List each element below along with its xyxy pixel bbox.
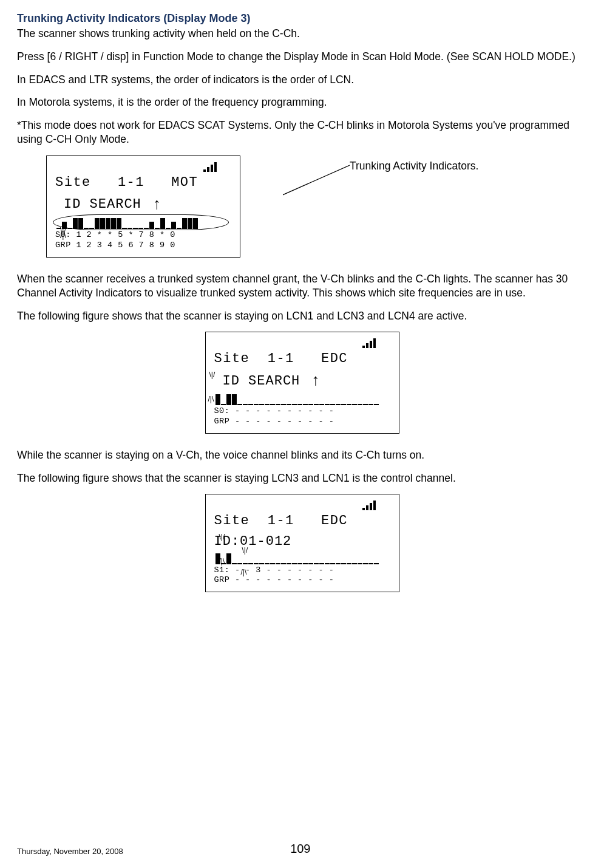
paragraph: In Motorola systems, it is the order of … [17,95,587,110]
signal-bars-icon [214,338,390,349]
up-arrow-icon: ↑ [311,371,321,392]
lcd-system-line: S1: - - 3 - - - - - - - [214,566,390,576]
svg-rect-10 [366,505,368,510]
activity-indicator-row [215,393,390,405]
lcd-group-line: GRP 1 2 3 4 5 6 7 8 9 0 [55,241,231,251]
svg-rect-8 [373,338,376,348]
lcd-site-line: Site 1-1 EDC [214,512,390,530]
svg-rect-12 [373,501,376,510]
footer-date: Thursday, November 20, 2008 [17,846,123,857]
lcd-group-line: GRP - - - - - - - - - - [214,417,390,427]
signal-bars-icon [214,501,390,511]
page-footer: Thursday, November 20, 2008 109 [17,841,587,857]
lcd-display-1: Site 1-1 MOT ID SEARCH ↑ \|/ /|\ S0: 1 2… [46,155,240,258]
callout-label: Trunking Activity Indicators. [350,159,478,174]
svg-rect-11 [370,503,372,510]
svg-rect-0 [203,169,206,172]
paragraph: When the scanner receives a trunked syst… [17,272,587,301]
signal-bars-icon [55,162,231,173]
paragraph: In EDACS and LTR systems, the order of i… [17,73,587,87]
paragraph: *This mode does not work for EDACS SCAT … [17,118,587,147]
paragraph: The scanner shows trunking activity when… [17,27,587,41]
svg-rect-9 [362,508,365,510]
svg-rect-3 [214,162,217,172]
paragraph: While the scanner is staying on a V-Ch, … [17,448,587,463]
page-number: 109 [290,841,310,857]
activity-indicator-row [56,217,231,229]
svg-rect-6 [366,343,368,348]
lcd-mode-text: ID SEARCH [55,196,141,214]
callout-group: Trunking Activity Indicators. [283,155,478,215]
lcd-site-line: Site 1-1 EDC [214,350,390,368]
lcd-site-line: Site 1-1 MOT [55,174,231,192]
lcd-figure-2-wrap: Site 1-1 EDC ID SEARCH ↑ \|/ /|\ S0: - -… [17,332,587,434]
lcd-mode-line: ID:01-012 [214,533,390,551]
svg-line-4 [283,165,350,208]
svg-rect-7 [370,341,372,348]
activity-indicator-row [215,552,390,564]
lcd-id-text: ID:01-012 [214,533,292,551]
paragraph: Press [6 / RIGHT / disp] in Function Mod… [17,50,587,64]
lcd-display-3: Site 1-1 EDC ID:01-012 \|/ \|/ /|\ S1: -… [205,494,399,592]
lcd-system-line: S0: - - - - - - - - - - [214,406,390,417]
svg-rect-5 [362,346,365,348]
lcd-group-line: GRP - - - - - - - - - - [214,575,390,586]
paragraph: The following figure shows that the scan… [17,471,587,486]
svg-rect-1 [207,167,209,172]
up-arrow-icon: ↑ [152,194,163,216]
lcd-mode-line: ID SEARCH ↑ [55,194,231,216]
paragraph: The following figure shows that the scan… [17,309,587,324]
lcd-figure-1-wrap: Site 1-1 MOT ID SEARCH ↑ \|/ /|\ S0: 1 2… [46,155,587,258]
blink-marker-icon: /|\ [208,397,214,402]
lcd-figure-3-wrap: Site 1-1 EDC ID:01-012 \|/ \|/ /|\ S1: -… [17,494,587,592]
lcd-display-2: Site 1-1 EDC ID SEARCH ↑ \|/ /|\ S0: - -… [205,332,399,434]
callout-arrow-icon [283,160,350,215]
lcd-mode-line: ID SEARCH ↑ [214,371,390,392]
lcd-system-line: S0: 1 2 * * 5 * 7 8 * 0 [55,230,231,241]
svg-rect-2 [211,165,213,172]
section-heading: Trunking Activity Indicators (Display Mo… [17,11,587,26]
lcd-mode-text: ID SEARCH [214,372,300,391]
